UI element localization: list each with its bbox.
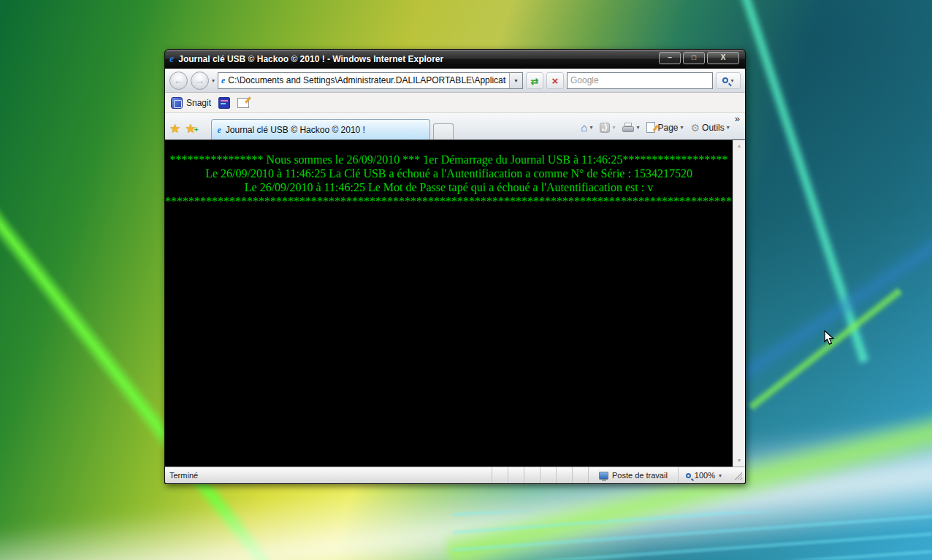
address-dropdown-icon[interactable]: ▾ (509, 73, 522, 88)
close-button[interactable]: X (707, 52, 739, 64)
mouse-cursor (824, 330, 836, 346)
search-box[interactable] (567, 72, 713, 89)
tools-menu-label: Outils (702, 123, 725, 133)
tools-menu-button[interactable]: ⚙ Outils ▾ (689, 121, 732, 134)
feeds-button[interactable]: ▾ (597, 121, 617, 134)
zoom-magnifier-icon (686, 473, 691, 478)
log-line: Le 26/09/2010 à 11:46:25 Le Mot de Passe… (165, 180, 733, 194)
snagit-label: Snagit (186, 98, 211, 108)
gear-icon: ⚙ (691, 123, 700, 133)
page-menu-button[interactable]: Page ▾ (644, 120, 685, 134)
tab-favicon: e (218, 125, 221, 135)
page-content: **************** Nous sommes le 26/09/20… (165, 139, 745, 467)
tab-label: Journal clé USB © Hackoo © 2010 ! (226, 125, 365, 135)
snagit-capture-button[interactable]: Snagit (171, 97, 211, 109)
ie-window: e Journal clé USB © Hackoo © 2010 ! - Wi… (164, 49, 746, 484)
ie-logo-icon: e (169, 54, 174, 64)
search-options-dropdown-icon[interactable]: ▾ (730, 77, 733, 84)
command-bar: ⌂ ▾ ▾ ▾ Page ▾ ⚙ Outils (578, 120, 733, 139)
tab-journal-cle-usb[interactable]: e Journal clé USB © Hackoo © 2010 ! (211, 119, 430, 139)
favorites-center-icon[interactable]: ★ (169, 123, 180, 135)
scroll-up-icon[interactable]: ▲ (733, 140, 745, 152)
log-line: Le 26/09/2010 à 11:46:25 La Clé USB a éc… (165, 166, 733, 180)
home-icon: ⌂ (581, 123, 587, 133)
page-icon (646, 122, 655, 133)
journal-log-text: **************** Nous sommes le 26/09/20… (165, 140, 733, 467)
desktop-wallpaper: e Journal clé USB © Hackoo © 2010 ! - Wi… (0, 0, 932, 560)
status-text: Terminé (168, 471, 198, 480)
history-dropdown-icon[interactable]: ▾ (212, 77, 215, 84)
snagit-icon (171, 97, 183, 109)
tools-dropdown-icon[interactable]: ▾ (727, 124, 730, 131)
snagit-edit-icon[interactable] (237, 98, 249, 108)
print-button[interactable]: ▾ (620, 121, 641, 134)
page-menu-label: Page (657, 123, 678, 133)
search-input[interactable] (570, 75, 709, 85)
search-icon (722, 77, 728, 83)
aurora-green-ribbon (747, 286, 904, 413)
address-bar[interactable]: e ▾ (218, 72, 523, 89)
log-line: **************** Nous sommes le 26/09/20… (165, 153, 733, 166)
zoom-level: 100% (695, 471, 715, 480)
zoom-control[interactable]: 100% ▾ (678, 467, 729, 483)
search-button[interactable]: ▾ (716, 72, 741, 89)
add-plus-icon: + (194, 123, 199, 136)
status-bar: Terminé Poste de travail 100% ▾ (165, 467, 745, 483)
home-button[interactable]: ⌂ ▾ (578, 121, 595, 134)
vertical-scrollbar[interactable]: ▲ ▼ (733, 140, 745, 467)
snagit-profile-icon[interactable] (218, 97, 230, 109)
resize-grip[interactable] (733, 471, 742, 480)
aurora-cyan-bands (453, 511, 932, 560)
address-favicon: e (221, 75, 225, 85)
maximize-button[interactable]: □ (683, 52, 705, 64)
back-button[interactable]: ← (169, 72, 188, 90)
address-input[interactable] (228, 74, 506, 88)
feeds-dropdown-icon: ▾ (612, 124, 615, 131)
window-title: Journal clé USB © Hackoo © 2010 ! - Wind… (178, 54, 443, 64)
aurora-blue-ribbon (723, 185, 932, 394)
snagit-toolbar: Snagit (165, 93, 745, 113)
home-dropdown-icon[interactable]: ▾ (589, 124, 592, 131)
navigation-bar: ← → ▾ e ▾ ⇄ × ▾ (165, 69, 745, 93)
toolbar-overflow-icon[interactable]: » (733, 113, 742, 131)
log-line: ****************************************… (165, 194, 733, 208)
security-zone: Poste de travail (588, 467, 678, 483)
scroll-down-icon[interactable]: ▼ (733, 455, 745, 467)
stop-button[interactable]: × (546, 72, 564, 89)
minimize-button[interactable]: – (659, 52, 681, 64)
status-separators (492, 467, 588, 483)
print-icon (622, 123, 634, 132)
tab-bar: ★ ★+ e Journal clé USB © Hackoo © 2010 !… (165, 113, 745, 139)
stop-icon: × (552, 74, 559, 87)
refresh-button[interactable]: ⇄ (526, 72, 543, 89)
security-zone-label: Poste de travail (612, 471, 668, 480)
page-dropdown-icon[interactable]: ▾ (680, 124, 683, 131)
new-tab-button[interactable] (433, 123, 454, 139)
aurora-cyan-streak (731, 0, 871, 364)
refresh-icon: ⇄ (531, 76, 539, 87)
zoom-dropdown-icon[interactable]: ▾ (719, 472, 722, 479)
my-computer-icon (599, 472, 608, 480)
print-dropdown-icon[interactable]: ▾ (636, 124, 639, 131)
rss-feed-icon (600, 123, 610, 133)
forward-button[interactable]: → (191, 72, 209, 90)
title-bar[interactable]: e Journal clé USB © Hackoo © 2010 ! - Wi… (165, 50, 745, 69)
add-favorite-icon[interactable]: ★+ (185, 123, 196, 135)
